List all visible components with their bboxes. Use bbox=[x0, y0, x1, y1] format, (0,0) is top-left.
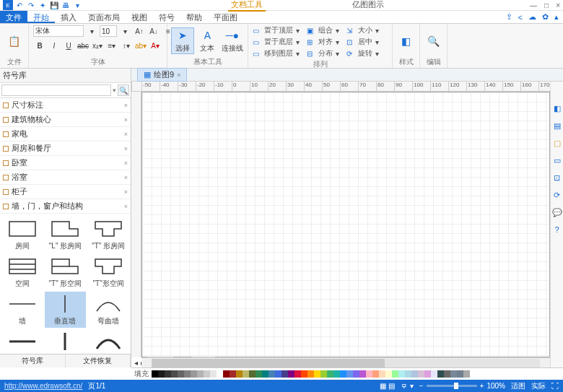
color-swatch[interactable] bbox=[418, 370, 424, 378]
connector-tool[interactable]: ─●连接线 bbox=[222, 28, 243, 53]
library-category[interactable]: 柜子× bbox=[0, 185, 131, 199]
color-swatch[interactable] bbox=[450, 370, 457, 378]
color-swatch[interactable] bbox=[327, 370, 333, 378]
color-swatch[interactable] bbox=[320, 370, 327, 378]
page-icon[interactable]: ▭ bbox=[552, 155, 562, 165]
tab-symbols[interactable]: 符号 bbox=[153, 11, 180, 23]
undo-icon[interactable]: ↶ bbox=[14, 0, 25, 10]
fullscreen-icon[interactable]: ⛶ bbox=[551, 382, 559, 390]
tab-file[interactable]: 文件 bbox=[0, 11, 27, 23]
color-swatch[interactable] bbox=[424, 370, 431, 378]
color-swatch[interactable] bbox=[178, 370, 184, 378]
view-mode-icon[interactable]: ▦ ▤ bbox=[380, 382, 395, 390]
color-swatch[interactable] bbox=[398, 370, 405, 378]
color-swatch[interactable] bbox=[204, 370, 210, 378]
edit-button[interactable]: 🔍 bbox=[424, 34, 442, 48]
shrink-font-icon[interactable]: A↓ bbox=[147, 25, 160, 37]
color-swatch[interactable] bbox=[379, 370, 385, 378]
bold-button[interactable]: B bbox=[33, 40, 46, 51]
link-icon[interactable]: < bbox=[518, 13, 523, 22]
library-category[interactable]: 家电× bbox=[0, 127, 131, 141]
center-button[interactable]: ⊡居中 ▾ bbox=[346, 37, 379, 47]
unit-icon[interactable]: 🜃 ▾ bbox=[401, 382, 414, 390]
font-name-select[interactable]: 宋体 bbox=[33, 25, 84, 37]
qat-more-icon[interactable]: ▾ bbox=[72, 0, 82, 10]
zoom-out-icon[interactable]: − bbox=[419, 382, 424, 390]
move-layer-button[interactable]: ▭移到图层 ▾ bbox=[253, 48, 300, 58]
italic-button[interactable]: I bbox=[48, 40, 61, 51]
color-swatch[interactable] bbox=[437, 370, 444, 378]
color-swatch[interactable] bbox=[243, 370, 249, 378]
hyperlink-icon[interactable]: ⟳ bbox=[552, 190, 562, 200]
color-swatch[interactable] bbox=[236, 370, 243, 378]
color-swatch[interactable] bbox=[392, 370, 398, 378]
share-icon[interactable]: ⇪ bbox=[506, 12, 512, 22]
zoom-slider[interactable] bbox=[427, 385, 477, 387]
size-button[interactable]: ⇲大小 ▾ bbox=[346, 25, 379, 35]
color-swatch[interactable] bbox=[294, 370, 301, 378]
distribute-button[interactable]: ⊟分布 ▾ bbox=[307, 48, 339, 58]
tab-view[interactable]: 视图 bbox=[126, 11, 153, 23]
shape-item[interactable]: 垂直外墙 bbox=[45, 329, 87, 354]
color-swatch[interactable] bbox=[165, 370, 171, 378]
align-button2[interactable]: ⊞对齐 ▾ bbox=[307, 37, 339, 47]
color-swatch[interactable] bbox=[307, 370, 314, 378]
color-swatch[interactable] bbox=[359, 370, 366, 378]
comment-icon[interactable]: 💬 bbox=[552, 207, 562, 217]
paste-button[interactable]: 📋 bbox=[4, 34, 24, 48]
layers-icon[interactable]: ▤ bbox=[552, 121, 562, 131]
print-icon[interactable]: 🖶 bbox=[61, 0, 71, 10]
color-swatch[interactable] bbox=[191, 370, 197, 378]
color-swatch[interactable] bbox=[171, 370, 178, 378]
color-swatch[interactable] bbox=[256, 370, 262, 378]
color-swatch[interactable] bbox=[217, 370, 223, 378]
spacing-button[interactable]: ↕▾ bbox=[120, 40, 133, 51]
bottom-tab-library[interactable]: 符号库 bbox=[0, 354, 66, 367]
doc-tab-close-icon[interactable]: × bbox=[177, 71, 180, 79]
help-icon[interactable]: ? bbox=[552, 225, 562, 235]
redo-icon[interactable]: ↷ bbox=[26, 0, 36, 10]
color-swatch[interactable] bbox=[262, 370, 269, 378]
shape-item[interactable]: 房间 bbox=[1, 217, 43, 253]
shape-item[interactable]: "L" 形房间 bbox=[45, 217, 87, 253]
color-swatch[interactable] bbox=[269, 370, 275, 378]
rotate-button[interactable]: ⟳旋转 ▾ bbox=[346, 48, 379, 58]
fit-page-button[interactable]: 适图 bbox=[511, 381, 525, 391]
actual-size-button[interactable]: 实际 bbox=[531, 381, 546, 391]
send-back-button[interactable]: ▭置于底层 ▾ bbox=[253, 37, 300, 47]
cloud-icon[interactable]: ☁ bbox=[528, 12, 536, 22]
color-swatch[interactable] bbox=[152, 370, 158, 378]
library-category[interactable]: 浴室× bbox=[0, 170, 131, 185]
color-swatch[interactable] bbox=[223, 370, 230, 378]
shape-item[interactable]: 空间 bbox=[1, 254, 43, 290]
minimize-button[interactable]: — bbox=[530, 1, 537, 9]
shape-item[interactable]: "T" 形空间 bbox=[45, 254, 87, 290]
color-swatch[interactable] bbox=[301, 370, 307, 378]
shape-item[interactable]: 弯曲墙 bbox=[87, 292, 129, 328]
page-prev-icon[interactable]: ◂ bbox=[134, 359, 138, 367]
color-swatch[interactable] bbox=[346, 370, 353, 378]
select-tool[interactable]: ➤选择 bbox=[172, 28, 193, 53]
align-button[interactable]: ≡▾ bbox=[105, 40, 118, 51]
bottom-tab-recovery[interactable]: 文件恢复 bbox=[66, 354, 131, 367]
color-swatch[interactable] bbox=[444, 370, 450, 378]
tab-insert[interactable]: 插入 bbox=[55, 11, 82, 23]
highlight-button[interactable]: ab▾ bbox=[134, 40, 147, 51]
shape-item[interactable]: 外墙 bbox=[1, 329, 43, 354]
bring-front-button[interactable]: ▭置于顶层 ▾ bbox=[253, 25, 300, 35]
new-icon[interactable]: ✦ bbox=[38, 0, 48, 10]
horizontal-scrollbar[interactable] bbox=[141, 357, 550, 367]
library-category[interactable]: 卧室× bbox=[0, 156, 131, 170]
shape-item[interactable]: "T" 形房间 bbox=[87, 217, 129, 253]
tab-page-layout[interactable]: 页面布局 bbox=[82, 11, 126, 23]
tab-home[interactable]: 开始 bbox=[27, 11, 55, 23]
theme-icon[interactable]: ◧ bbox=[552, 103, 562, 113]
color-swatch[interactable] bbox=[158, 370, 165, 378]
color-swatch[interactable] bbox=[366, 370, 372, 378]
shape-item[interactable]: 墙 bbox=[1, 292, 43, 328]
grow-font-icon[interactable]: A↑ bbox=[133, 25, 146, 37]
collapse-ribbon-icon[interactable]: ▴ bbox=[554, 12, 559, 22]
color-swatch[interactable] bbox=[210, 370, 217, 378]
settings-icon[interactable]: ✿ bbox=[542, 12, 549, 22]
search-icon[interactable]: 🔍 bbox=[118, 84, 129, 96]
